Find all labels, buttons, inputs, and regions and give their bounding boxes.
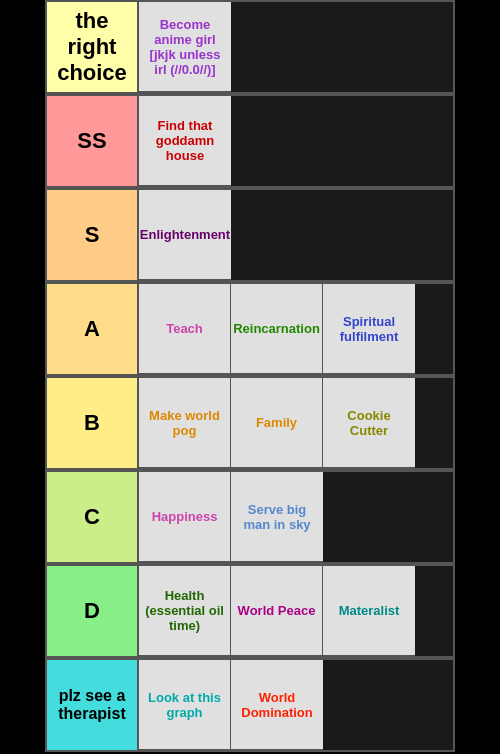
tier-table: the right choiceBecome anime girl [jkjk … — [45, 0, 455, 752]
tier-row-s: SEnlightenment — [45, 188, 455, 282]
tier-item-ss-0: Find that goddamn house — [139, 96, 231, 186]
tier-row-d: DHealth (essential oil time)World PeaceM… — [45, 564, 455, 658]
tier-item-d-2: Materalist — [323, 566, 415, 656]
tier-label-d: D — [47, 566, 139, 656]
tier-items-a: TeachReincarnationSpiritual fulfilment — [139, 284, 453, 374]
tier-label-s: S — [47, 190, 139, 280]
tier-items-c: HappinessServe big man in sky — [139, 472, 453, 562]
tier-item-b-0: Make world pog — [139, 378, 231, 468]
tier-label-bottom: plz see a therapist — [47, 660, 139, 750]
tier-item-a-0: Teach — [139, 284, 231, 374]
tier-row-c: CHappinessServe big man in sky — [45, 470, 455, 564]
tier-label-b: B — [47, 378, 139, 468]
tier-label-c: C — [47, 472, 139, 562]
tier-items-b: Make world pogFamilyCookie Cutter — [139, 378, 453, 468]
tier-item-d-1: World Peace — [231, 566, 323, 656]
tier-row-b: BMake world pogFamilyCookie Cutter — [45, 376, 455, 470]
tier-item-a-2: Spiritual fulfilment — [323, 284, 415, 374]
tier-item-bottom-0: Look at this graph — [139, 660, 231, 750]
tier-items-ss: Find that goddamn house — [139, 96, 453, 186]
tier-items-bottom: Look at this graphWorld Domination — [139, 660, 453, 750]
tier-item-bottom-1: World Domination — [231, 660, 323, 750]
tier-item-b-2: Cookie Cutter — [323, 378, 415, 468]
tier-items-top: Become anime girl [jkjk unless irl (//0.… — [139, 2, 453, 92]
tier-list: the right choiceBecome anime girl [jkjk … — [45, 0, 455, 752]
tier-label-a: A — [47, 284, 139, 374]
tier-row-a: ATeachReincarnationSpiritual fulfilment — [45, 282, 455, 376]
tier-label-ss: SS — [47, 96, 139, 186]
tier-items-s: Enlightenment — [139, 190, 453, 280]
tier-item-a-1: Reincarnation — [231, 284, 323, 374]
tier-items-d: Health (essential oil time)World PeaceMa… — [139, 566, 453, 656]
tier-row-top: the right choiceBecome anime girl [jkjk … — [45, 0, 455, 94]
tier-row-ss: SSFind that goddamn house — [45, 94, 455, 188]
tier-row-bottom: plz see a therapistLook at this graphWor… — [45, 658, 455, 752]
tier-item-c-1: Serve big man in sky — [231, 472, 323, 562]
tier-label-top: the right choice — [47, 2, 139, 92]
tier-item-b-1: Family — [231, 378, 323, 468]
tier-item-c-0: Happiness — [139, 472, 231, 562]
tier-item-top-0: Become anime girl [jkjk unless irl (//0.… — [139, 2, 231, 92]
tier-item-d-0: Health (essential oil time) — [139, 566, 231, 656]
tier-item-s-0: Enlightenment — [139, 190, 231, 280]
